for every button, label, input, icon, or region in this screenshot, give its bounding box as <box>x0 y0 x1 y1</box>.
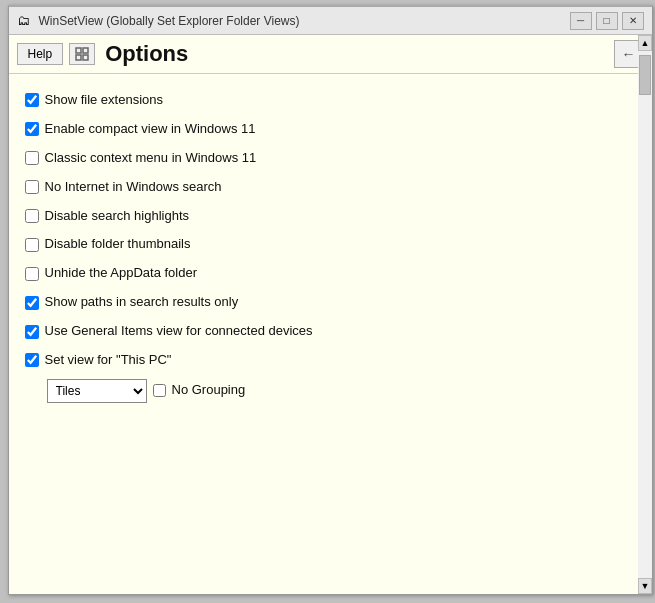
title-bar-left: 🗂 WinSetView (Globally Set Explorer Fold… <box>17 13 300 29</box>
option-disable-folder-thumbnails: Disable folder thumbnails <box>25 230 636 259</box>
window-title: WinSetView (Globally Set Explorer Folder… <box>39 14 300 28</box>
option-show-file-extensions: Show file extensions <box>25 86 636 115</box>
main-area: Show file extensions Enable compact view… <box>9 74 652 594</box>
option-disable-search-highlights: Disable search highlights <box>25 202 636 231</box>
use-general-items-label: Use General Items view for connected dev… <box>45 323 313 340</box>
scroll-track <box>638 74 652 578</box>
toolbar: Help Options ← <box>9 35 652 74</box>
disable-search-highlights-label: Disable search highlights <box>45 208 190 225</box>
classic-context-menu-label: Classic context menu in Windows 11 <box>45 150 257 167</box>
set-view-this-pc-label: Set view for "This PC" <box>45 352 172 369</box>
view-select[interactable]: Tiles Details Icons List Content <box>47 379 147 403</box>
option-use-general-items: Use General Items view for connected dev… <box>25 317 636 346</box>
minimize-button[interactable]: ─ <box>570 12 592 30</box>
no-internet-search-checkbox[interactable] <box>25 180 39 194</box>
this-pc-sub-row: Tiles Details Icons List Content No Grou… <box>25 375 636 407</box>
title-bar: 🗂 WinSetView (Globally Set Explorer Fold… <box>9 7 652 35</box>
unhide-appdata-checkbox[interactable] <box>25 267 39 281</box>
show-file-extensions-checkbox[interactable] <box>25 93 39 107</box>
no-grouping-label: No Grouping <box>172 382 246 399</box>
disable-folder-thumbnails-label: Disable folder thumbnails <box>45 236 191 253</box>
option-enable-compact-view: Enable compact view in Windows 11 <box>25 115 636 144</box>
page-title: Options <box>105 41 188 67</box>
options-content: Show file extensions Enable compact view… <box>9 74 652 594</box>
options-list: Show file extensions Enable compact view… <box>9 74 652 419</box>
svg-rect-0 <box>76 48 81 53</box>
scroll-thumb[interactable] <box>639 74 651 95</box>
svg-rect-2 <box>76 55 81 60</box>
option-unhide-appdata: Unhide the AppData folder <box>25 259 636 288</box>
use-general-items-checkbox[interactable] <box>25 325 39 339</box>
disable-search-highlights-checkbox[interactable] <box>25 209 39 223</box>
option-set-view-this-pc: Set view for "This PC" <box>25 346 636 375</box>
option-no-internet-search: No Internet in Windows search <box>25 173 636 202</box>
show-file-extensions-label: Show file extensions <box>45 92 164 109</box>
main-window: 🗂 WinSetView (Globally Set Explorer Fold… <box>8 5 653 595</box>
enable-compact-view-label: Enable compact view in Windows 11 <box>45 121 256 138</box>
svg-rect-1 <box>83 48 88 53</box>
unhide-appdata-label: Unhide the AppData folder <box>45 265 198 282</box>
no-internet-search-label: No Internet in Windows search <box>45 179 222 196</box>
show-paths-search-label: Show paths in search results only <box>45 294 239 311</box>
scroll-down-button[interactable]: ▼ <box>638 578 652 594</box>
window-icon: 🗂 <box>17 13 33 29</box>
option-show-paths-search: Show paths in search results only <box>25 288 636 317</box>
resize-icon <box>75 47 89 61</box>
svg-rect-3 <box>83 55 88 60</box>
show-paths-search-checkbox[interactable] <box>25 296 39 310</box>
disable-folder-thumbnails-checkbox[interactable] <box>25 238 39 252</box>
window-inner: Help Options ← Show file extensions <box>9 35 652 594</box>
set-view-this-pc-checkbox[interactable] <box>25 353 39 367</box>
resize-button[interactable] <box>69 43 95 65</box>
maximize-button[interactable]: □ <box>596 12 618 30</box>
help-button[interactable]: Help <box>17 43 64 65</box>
title-bar-controls: ─ □ ✕ <box>570 12 644 30</box>
close-button[interactable]: ✕ <box>622 12 644 30</box>
no-grouping-checkbox[interactable] <box>153 384 166 397</box>
scrollbar: ▲ ▼ <box>638 74 652 594</box>
option-classic-context-menu: Classic context menu in Windows 11 <box>25 144 636 173</box>
classic-context-menu-checkbox[interactable] <box>25 151 39 165</box>
enable-compact-view-checkbox[interactable] <box>25 122 39 136</box>
